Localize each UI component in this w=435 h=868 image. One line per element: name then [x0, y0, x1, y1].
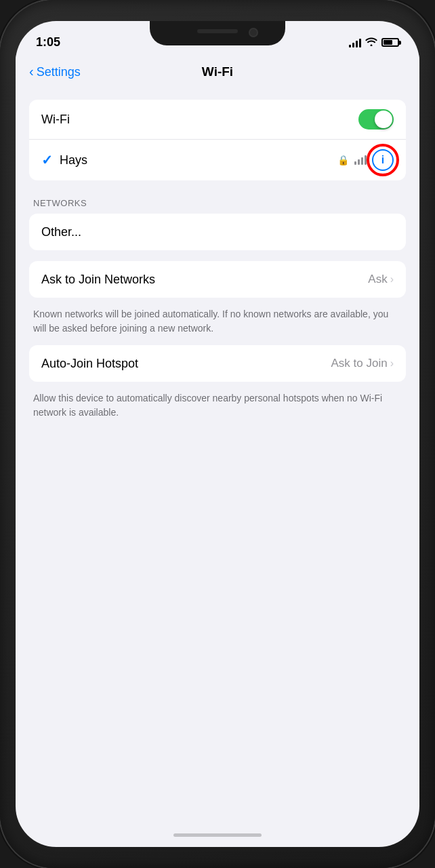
other-label: Other... [41, 225, 81, 239]
wifi-toggle[interactable] [358, 109, 394, 130]
networks-section-label: NETWORKS [29, 186, 406, 214]
speaker [197, 29, 238, 33]
auto-join-card: Auto-Join Hotspot Ask to Join › [29, 345, 406, 382]
chevron-right-icon: › [390, 273, 394, 285]
other-network-row[interactable]: Other... [29, 214, 406, 250]
ask-to-join-value: Ask [368, 273, 387, 286]
content-area: Wi-Fi ✓ Hays 🔒 [16, 89, 419, 827]
wifi-toggle-card: Wi-Fi ✓ Hays 🔒 [29, 100, 406, 180]
ask-to-join-row[interactable]: Ask to Join Networks Ask › [29, 261, 406, 298]
info-button[interactable]: i [372, 149, 394, 171]
status-icons [349, 37, 399, 51]
page-title: Wi-Fi [202, 64, 233, 79]
auto-join-chevron-icon: › [390, 357, 394, 370]
battery-icon [381, 38, 399, 47]
checkmark-icon: ✓ [41, 152, 53, 168]
wifi-toggle-row: Wi-Fi [29, 100, 406, 139]
wifi-status-icon [365, 37, 377, 48]
ask-to-join-label: Ask to Join Networks [41, 273, 155, 287]
auto-join-label: Auto-Join Hotspot [41, 357, 138, 371]
hays-info: ✓ Hays [41, 152, 87, 168]
lock-icon: 🔒 [337, 155, 349, 165]
home-bar [173, 833, 262, 837]
wifi-toggle-label: Wi-Fi [41, 113, 70, 127]
ask-to-join-value-area: Ask › [368, 273, 394, 286]
phone-screen: 1:05 [16, 21, 419, 847]
notch [150, 21, 285, 45]
auto-join-row[interactable]: Auto-Join Hotspot Ask to Join › [29, 345, 406, 382]
back-button[interactable]: ‹ Settings [29, 64, 81, 79]
ask-to-join-description: Known networks will be joined automatica… [29, 303, 406, 345]
other-networks-card: Other... [29, 214, 406, 250]
toggle-thumb [375, 111, 392, 128]
network-signal-icon [354, 155, 367, 165]
nav-header: ‹ Settings Wi-Fi [16, 55, 419, 89]
auto-join-value-area: Ask to Join › [331, 357, 394, 370]
auto-join-value: Ask to Join [331, 357, 388, 370]
back-button-label: Settings [37, 65, 81, 79]
signal-icon [349, 38, 361, 47]
home-indicator [16, 827, 419, 847]
status-time: 1:05 [36, 35, 60, 51]
ask-to-join-card: Ask to Join Networks Ask › [29, 261, 406, 298]
hays-right-section: 🔒 i [337, 149, 394, 171]
camera [249, 28, 258, 37]
phone-frame: 1:05 [0, 0, 435, 868]
network-name: Hays [60, 153, 87, 167]
connected-network-row[interactable]: ✓ Hays 🔒 i [29, 139, 406, 180]
back-chevron-icon: ‹ [29, 64, 34, 79]
auto-join-description: Allow this device to automatically disco… [29, 387, 406, 429]
